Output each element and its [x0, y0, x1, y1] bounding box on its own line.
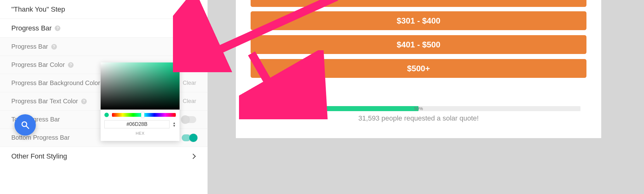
other-font-styling-label: Other Font Styling — [11, 152, 67, 160]
thank-you-step-label: "Thank You" Step — [11, 5, 65, 13]
option-label: $301 - $400 — [397, 16, 441, 26]
progress-bar-fill — [257, 106, 419, 111]
hex-input[interactable] — [104, 120, 169, 128]
chevron-right-icon — [191, 7, 196, 12]
setting-label: Progress Bar Text Color — [11, 98, 78, 105]
option-button[interactable] — [251, 0, 586, 7]
color-swatch[interactable] — [182, 62, 196, 68]
option-button[interactable]: $401 - $500 — [251, 35, 586, 54]
help-icon[interactable]: ? — [55, 25, 60, 31]
hex-stepper[interactable]: ▲ ▼ — [173, 122, 176, 127]
progress-bar-track: 50% — [257, 106, 580, 111]
help-icon[interactable]: ? — [81, 99, 87, 104]
setting-label: Bottom Progress Bar — [11, 134, 70, 141]
svg-line-1 — [26, 126, 29, 129]
thank-you-step-row[interactable]: "Thank You" Step — [0, 0, 208, 19]
option-button[interactable]: $301 - $400 — [251, 11, 586, 30]
help-icon[interactable]: ? — [51, 44, 57, 50]
progress-bar-section-header[interactable]: Progress Bar ? — [0, 19, 208, 38]
chevron-down-icon[interactable]: ▼ — [173, 125, 176, 127]
progress-bar-section-label: Progress Bar — [11, 24, 52, 32]
sat-cursor[interactable] — [173, 67, 177, 71]
progress-bar-toggle[interactable] — [182, 43, 196, 50]
search-icon — [20, 120, 30, 130]
progress-bar-toggle-row: Progress Bar ? — [0, 38, 208, 56]
progress-percent-label: 50% — [414, 106, 423, 111]
clear-link[interactable]: Clear — [183, 98, 196, 105]
hex-label: HEX — [101, 130, 180, 139]
bottom-progress-bar-toggle[interactable] — [182, 134, 196, 141]
color-picker[interactable]: ▲ ▼ HEX — [101, 62, 180, 141]
help-icon[interactable]: ? — [68, 62, 74, 68]
option-label: $401 - $500 — [397, 40, 441, 50]
search-fab[interactable] — [14, 114, 36, 136]
setting-label: Progress Bar Background Color — [11, 79, 100, 87]
preview-card: $301 - $400 $401 - $500 $500+ 50% 31,593… — [236, 0, 601, 138]
chevron-down-icon — [191, 26, 196, 31]
hue-handle[interactable] — [141, 112, 144, 118]
option-button[interactable]: $500+ — [251, 59, 586, 78]
clear-link[interactable]: Clear — [183, 80, 196, 86]
progress-caption: 31,593 people requested a solar quote! — [236, 114, 601, 122]
setting-label: Progress Bar — [11, 43, 48, 50]
setting-label: Progress Bar Color — [11, 61, 65, 68]
hue-slider[interactable] — [112, 113, 176, 117]
chevron-right-icon — [191, 154, 196, 159]
saturation-lightness-area[interactable] — [101, 62, 180, 110]
option-label: $500+ — [407, 64, 430, 73]
preview-region: $301 - $400 $401 - $500 $500+ 50% 31,593… — [208, 0, 644, 194]
other-font-styling-row[interactable]: Other Font Styling — [0, 147, 208, 166]
current-color-dot — [104, 113, 109, 117]
top-progress-bar-toggle[interactable] — [182, 116, 196, 123]
